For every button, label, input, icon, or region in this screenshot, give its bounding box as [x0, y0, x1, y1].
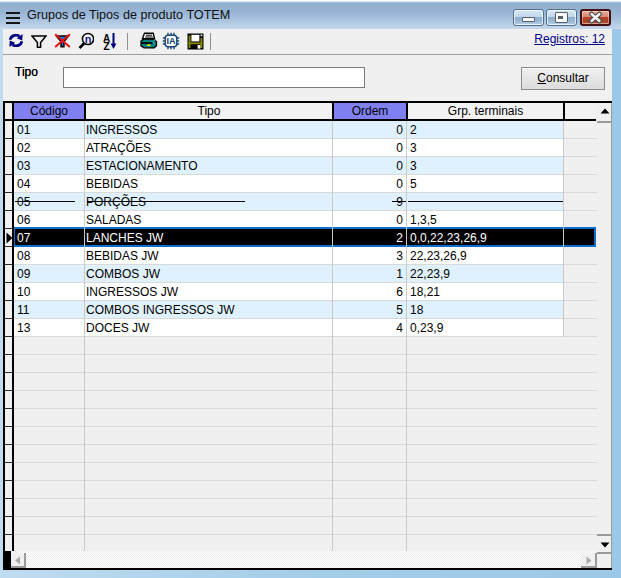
svg-text:n: n — [85, 33, 92, 45]
svg-text:IA: IA — [167, 36, 177, 46]
svg-text:Z: Z — [103, 41, 109, 50]
